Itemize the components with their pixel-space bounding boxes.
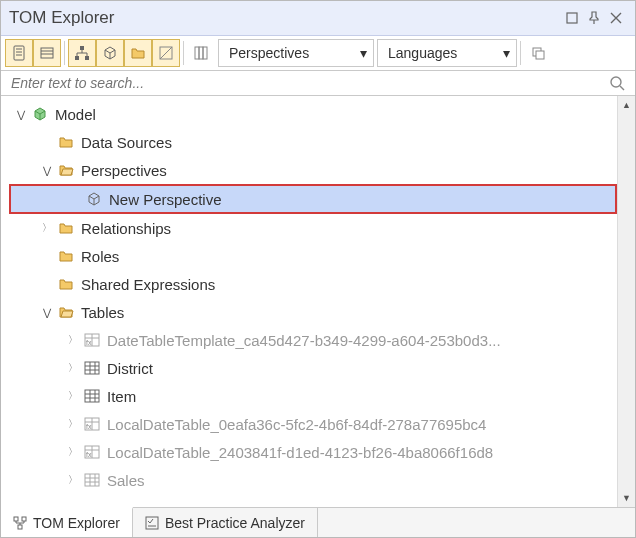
expander-closed-icon[interactable]: 〉: [65, 472, 81, 488]
search-bar: [1, 71, 635, 96]
tree-node-relationships[interactable]: 〉 Relationships: [9, 214, 617, 242]
node-label: New Perspective: [109, 191, 222, 208]
folder-open-icon: [57, 303, 75, 321]
tree-icon: [13, 516, 27, 530]
tree-node-table[interactable]: 〉 District: [9, 354, 617, 382]
toolbar-separator: [183, 41, 184, 65]
svg-text:fx: fx: [86, 423, 92, 430]
svg-rect-8: [80, 46, 84, 50]
expander-closed-icon[interactable]: 〉: [65, 444, 81, 460]
window-title: TOM Explorer: [9, 8, 561, 28]
tab-tom-explorer[interactable]: TOM Explorer: [1, 507, 133, 537]
svg-rect-5: [41, 48, 53, 58]
chevron-down-icon: ▾: [360, 45, 367, 61]
languages-dropdown[interactable]: Languages ▾: [377, 39, 517, 67]
tree-node-table[interactable]: 〉 Sales: [9, 466, 617, 494]
tab-best-practice-analyzer[interactable]: Best Practice Analyzer: [133, 508, 318, 537]
bottom-tabs: TOM Explorer Best Practice Analyzer: [1, 507, 635, 537]
svg-rect-14: [199, 47, 203, 59]
toolbar-folder-icon[interactable]: [124, 39, 152, 67]
toolbar-btn-2[interactable]: [33, 39, 61, 67]
svg-rect-1: [14, 46, 24, 60]
tab-label: Best Practice Analyzer: [165, 515, 305, 531]
checklist-icon: [145, 516, 159, 530]
expander-closed-icon[interactable]: 〉: [65, 360, 81, 376]
vertical-scrollbar[interactable]: ▲ ▼: [617, 96, 635, 507]
node-label: District: [107, 360, 153, 377]
folder-icon: [57, 275, 75, 293]
table-fx-icon: fx: [83, 331, 101, 349]
svg-rect-49: [18, 525, 22, 529]
toolbar: Perspectives ▾ Languages ▾: [1, 36, 635, 71]
expander-closed-icon[interactable]: 〉: [65, 332, 81, 348]
search-icon[interactable]: [609, 75, 625, 91]
perspective-icon: [85, 190, 103, 208]
toolbar-copy-icon[interactable]: [524, 39, 552, 67]
close-icon[interactable]: [605, 7, 627, 29]
dropdown-label: Languages: [388, 45, 457, 61]
search-input[interactable]: [11, 75, 609, 91]
node-label: LocalDateTable_0eafa36c-5fc2-4b6f-84df-2…: [107, 416, 486, 433]
toolbar-hidden-icon[interactable]: [152, 39, 180, 67]
tree-node-table[interactable]: 〉 fx LocalDateTable_2403841f-d1ed-4123-b…: [9, 438, 617, 466]
table-fx-icon: fx: [83, 443, 101, 461]
tree-node-roles[interactable]: Roles: [9, 242, 617, 270]
expander-open-icon[interactable]: ⋁: [39, 304, 55, 320]
svg-rect-24: [85, 362, 99, 374]
window-position-icon[interactable]: [561, 7, 583, 29]
tree-node-table[interactable]: 〉 Item: [9, 382, 617, 410]
node-label: Sales: [107, 472, 145, 489]
svg-rect-13: [195, 47, 199, 59]
expander-closed-icon[interactable]: 〉: [65, 416, 81, 432]
tree-node-table[interactable]: 〉 fx DateTableTemplate_ca45d427-b349-429…: [9, 326, 617, 354]
node-label: Perspectives: [81, 162, 167, 179]
perspectives-dropdown[interactable]: Perspectives ▾: [218, 39, 374, 67]
toolbar-columns-icon[interactable]: [187, 39, 215, 67]
node-label: Model: [55, 106, 96, 123]
svg-rect-48: [22, 517, 26, 521]
titlebar: TOM Explorer: [1, 1, 635, 36]
scroll-down-icon[interactable]: ▼: [618, 489, 635, 507]
expander-open-icon[interactable]: ⋁: [13, 106, 29, 122]
node-label: Item: [107, 388, 136, 405]
toolbar-hierarchy-icon[interactable]: [68, 39, 96, 67]
table-icon: [83, 387, 101, 405]
node-label: Tables: [81, 304, 124, 321]
tree-node-tables[interactable]: ⋁ Tables: [9, 298, 617, 326]
node-label: Roles: [81, 248, 119, 265]
svg-rect-9: [75, 56, 79, 60]
chevron-down-icon: ▾: [503, 45, 510, 61]
expander-closed-icon[interactable]: 〉: [39, 220, 55, 236]
tree[interactable]: ⋁ Model Data Sources ⋁ Perspectives New …: [1, 96, 617, 507]
svg-rect-47: [14, 517, 18, 521]
svg-rect-29: [85, 390, 99, 402]
tree-node-model[interactable]: ⋁ Model: [9, 100, 617, 128]
scroll-up-icon[interactable]: ▲: [618, 96, 635, 114]
table-fx-icon: fx: [83, 415, 101, 433]
svg-text:fx: fx: [86, 451, 92, 458]
folder-open-icon: [57, 161, 75, 179]
svg-text:fx: fx: [86, 339, 92, 346]
cube-icon: [31, 105, 49, 123]
folder-icon: [57, 133, 75, 151]
expander-open-icon[interactable]: ⋁: [39, 162, 55, 178]
svg-rect-10: [85, 56, 89, 60]
tree-node-shared-expressions[interactable]: Shared Expressions: [9, 270, 617, 298]
tree-node-data-sources[interactable]: Data Sources: [9, 128, 617, 156]
tree-node-new-perspective[interactable]: New Perspective: [9, 184, 617, 214]
tab-label: TOM Explorer: [33, 515, 120, 531]
pin-icon[interactable]: [583, 7, 605, 29]
node-label: Relationships: [81, 220, 171, 237]
svg-rect-17: [536, 51, 544, 59]
expander-closed-icon[interactable]: 〉: [65, 388, 81, 404]
dropdown-label: Perspectives: [229, 45, 309, 61]
toolbar-separator: [520, 41, 521, 65]
toolbar-btn-1[interactable]: [5, 39, 33, 67]
tree-area: ⋁ Model Data Sources ⋁ Perspectives New …: [1, 96, 635, 507]
tom-explorer-window: TOM Explorer Perspectives ▾ Languages ▾: [0, 0, 636, 538]
tree-node-table[interactable]: 〉 fx LocalDateTable_0eafa36c-5fc2-4b6f-8…: [9, 410, 617, 438]
svg-rect-42: [85, 474, 99, 486]
tree-node-perspectives[interactable]: ⋁ Perspectives: [9, 156, 617, 184]
toolbar-cube-icon[interactable]: [96, 39, 124, 67]
toolbar-separator: [64, 41, 65, 65]
